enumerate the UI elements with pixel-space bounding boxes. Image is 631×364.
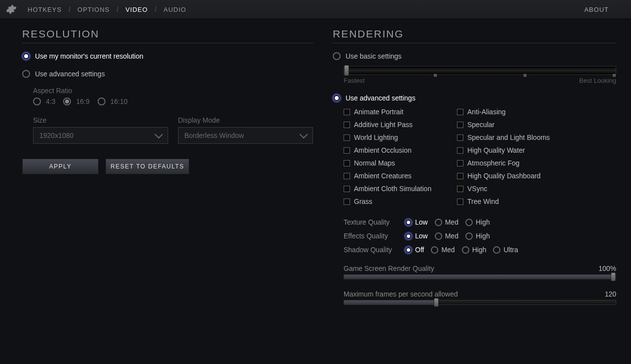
radio-label: Use advanced settings: [35, 70, 105, 78]
resolution-dropdowns: Size 1920x1080 Display Mode Borderless W…: [33, 116, 313, 144]
basic-slider-labels: Fastest Best Looking: [344, 77, 616, 84]
effects-med[interactable]: Med: [435, 232, 458, 240]
checkbox-icon: [457, 199, 463, 205]
aspect-4-3[interactable]: 4:3: [33, 98, 55, 105]
nav-sep: /: [117, 5, 119, 13]
aspect-16-9[interactable]: 16:9: [63, 98, 89, 105]
effects-high[interactable]: High: [465, 232, 490, 240]
check-ambient-occlusion[interactable]: Ambient Occlusion: [344, 146, 457, 154]
check-normal-maps[interactable]: Normal Maps: [344, 159, 457, 167]
nav-bar: HOTKEYS / OPTIONS / VIDEO / AUDIO ABOUT: [0, 0, 631, 19]
quality-label: Effects Quality: [344, 232, 398, 240]
checkbox-icon: [457, 134, 463, 141]
check-high-quality-dashboard[interactable]: High Quality Dashboard: [457, 172, 616, 180]
check-atmospheric-fog[interactable]: Atmospheric Fog: [457, 159, 616, 167]
size-dropdown[interactable]: 1920x1080: [33, 127, 168, 144]
radio-icon: [33, 98, 41, 105]
check-high-quality-water[interactable]: High Quality Water: [457, 146, 616, 154]
radio-label: Use my monitor's current resolution: [35, 52, 143, 60]
fps-label: Maximum frames per second allowed: [344, 290, 458, 298]
shadow-off[interactable]: Off: [405, 246, 424, 254]
basic-quality-slider[interactable]: [344, 66, 616, 75]
fps-block: Maximum frames per second allowed 120: [344, 290, 616, 305]
nav-video[interactable]: VIDEO: [125, 6, 147, 13]
dropdown-value: Borderless Window: [184, 132, 244, 139]
fps-value: 120: [605, 290, 616, 298]
check-vsync[interactable]: VSync: [457, 185, 616, 193]
radio-icon: [405, 219, 412, 226]
checkbox-icon: [344, 160, 350, 166]
radio-use-advanced-render[interactable]: Use advanced settings: [333, 94, 616, 102]
reset-button[interactable]: RESET TO DEFAULTS: [105, 159, 189, 174]
check-grass[interactable]: Grass: [344, 198, 457, 205]
size-label: Size: [33, 116, 168, 124]
radio-label: 16:9: [76, 98, 89, 105]
check-ambient-cloth[interactable]: Ambient Cloth Simulation: [344, 185, 457, 193]
render-quality-block: Game Screen Render Quality 100%: [344, 265, 616, 279]
check-anti-aliasing[interactable]: Anti-Aliasing: [457, 108, 616, 116]
aspect-16-10[interactable]: 16:10: [98, 98, 128, 105]
nav-about[interactable]: ABOUT: [584, 6, 609, 13]
texture-quality-row: Texture Quality Low Med High: [344, 218, 616, 226]
nav-audio[interactable]: AUDIO: [164, 6, 186, 13]
nav-hotkeys[interactable]: HOTKEYS: [28, 6, 62, 13]
texture-med[interactable]: Med: [435, 218, 458, 226]
checkbox-icon: [457, 186, 463, 192]
nav-left: HOTKEYS / OPTIONS / VIDEO / AUDIO: [6, 4, 186, 15]
check-animate-portrait[interactable]: Animate Portrait: [344, 108, 457, 116]
check-additive-light[interactable]: Additive Light Pass: [344, 121, 457, 129]
quality-label: Shadow Quality: [344, 246, 398, 254]
display-mode-dropdown[interactable]: Borderless Window: [178, 127, 313, 144]
radio-use-monitor[interactable]: Use my monitor's current resolution: [22, 52, 313, 60]
display-mode-group: Display Mode Borderless Window: [178, 116, 313, 144]
radio-use-basic[interactable]: Use basic settings: [333, 52, 616, 60]
radio-use-advanced-res[interactable]: Use advanced settings: [22, 70, 313, 78]
radio-icon: [333, 52, 341, 60]
check-specular-blooms[interactable]: Specular and Light Blooms: [457, 133, 616, 141]
radio-icon: [493, 246, 500, 254]
checkbox-icon: [344, 186, 350, 192]
chevron-down-icon: [300, 131, 308, 139]
nav-sep: /: [155, 5, 157, 13]
radio-label: Use basic settings: [346, 52, 402, 60]
apply-button[interactable]: APPLY: [22, 159, 99, 174]
radio-label: Use advanced settings: [346, 94, 416, 102]
shadow-ultra[interactable]: Ultra: [493, 246, 518, 254]
checkbox-icon: [457, 160, 463, 166]
content: RESOLUTION Use my monitor's current reso…: [0, 19, 631, 305]
radio-icon: [98, 98, 105, 105]
render-quality-label: Game Screen Render Quality: [344, 265, 434, 272]
check-world-lighting[interactable]: World Lighting: [344, 133, 457, 141]
radio-icon: [22, 70, 30, 78]
shadow-med[interactable]: Med: [431, 246, 455, 254]
quality-label: Texture Quality: [344, 218, 398, 226]
basic-slider-block: Fastest Best Looking: [344, 66, 616, 84]
aspect-ratio-label: Aspect Ratio: [33, 87, 313, 95]
check-tree-wind[interactable]: Tree Wind: [457, 198, 616, 205]
fps-slider[interactable]: [344, 300, 616, 305]
chevron-down-icon: [155, 131, 163, 139]
radio-icon: [465, 232, 473, 240]
checkbox-icon: [344, 147, 350, 154]
effects-low[interactable]: Low: [405, 232, 428, 240]
shadow-high[interactable]: High: [462, 246, 487, 254]
render-quality-slider[interactable]: [344, 274, 616, 279]
resolution-panel: RESOLUTION Use my monitor's current reso…: [22, 28, 313, 305]
radio-icon: [431, 246, 438, 254]
radio-icon: [435, 232, 442, 240]
gear-icon[interactable]: [6, 4, 17, 15]
check-specular[interactable]: Specular: [457, 121, 616, 129]
check-ambient-creatures[interactable]: Ambient Creatures: [344, 172, 457, 180]
texture-low[interactable]: Low: [405, 218, 428, 226]
display-mode-label: Display Mode: [178, 116, 313, 124]
rendering-title: RENDERING: [333, 28, 616, 43]
nav-options[interactable]: OPTIONS: [77, 6, 110, 13]
radio-icon: [465, 219, 473, 226]
radio-icon: [462, 246, 469, 254]
texture-high[interactable]: High: [465, 218, 490, 226]
radio-label: 4:3: [46, 98, 55, 105]
resolution-buttons: APPLY RESET TO DEFAULTS: [22, 159, 313, 174]
render-quality-value: 100%: [598, 265, 616, 272]
resolution-title: RESOLUTION: [22, 28, 313, 43]
radio-icon: [435, 219, 442, 226]
